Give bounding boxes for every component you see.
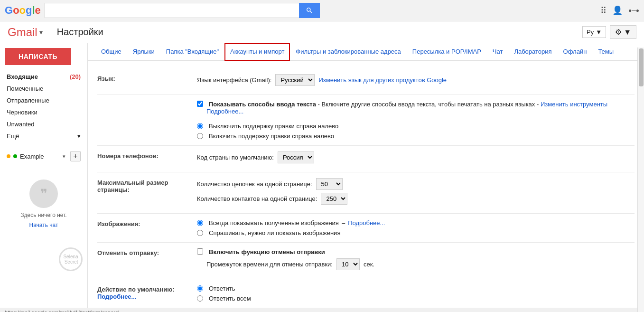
threads-select[interactable]: 50 25 100 — [316, 178, 343, 190]
images-more-link[interactable]: Подробнее... — [348, 219, 385, 227]
account-name[interactable]: Example — [20, 153, 60, 160]
gmail-logo-text: Gmail — [8, 26, 37, 39]
tab-themes[interactable]: Темы — [592, 43, 619, 61]
default-action-label-wrapper: Действие по умолчанию: Подробнее... — [97, 285, 197, 300]
apps-icon[interactable]: ⠿ — [600, 5, 607, 16]
account-status-dot-green — [13, 154, 17, 158]
chat-avatar-icon: ❞ — [40, 186, 47, 202]
search-input[interactable] — [45, 3, 299, 18]
gear-button[interactable]: ⚙ ▼ — [610, 25, 636, 39]
gmail-logo[interactable]: Gmail ▾ — [8, 26, 43, 39]
tab-filters[interactable]: Фильтры и заблокированные адреса — [290, 43, 406, 61]
images-control: Всегда показывать полученные изображения… — [197, 219, 635, 236]
tab-forwarding[interactable]: Пересылка и POP/IMAP — [407, 43, 487, 61]
account-section: Example ▾ + — [0, 147, 87, 165]
tab-offline[interactable]: Офлайн — [558, 43, 593, 61]
rtl-row: Выключить поддержку правки справа налево… — [97, 117, 635, 146]
scrollbar-thumb[interactable] — [639, 48, 644, 86]
tab-chat[interactable]: Чат — [487, 43, 509, 61]
undo-sec-label: сек. — [364, 261, 374, 268]
default-action-row: Действие по умолчанию: Подробнее... Отве… — [97, 279, 635, 308]
sidebar-item-drafts[interactable]: Черновики — [0, 106, 87, 118]
chat-section: ❞ Здесь ничего нет. Начать чат — [0, 175, 87, 233]
reply-all-label: Ответить всем — [209, 295, 251, 302]
images-ask-radio[interactable] — [197, 230, 203, 236]
url-bar: https://mail.google.com/mail/u/1/#settin… — [0, 308, 644, 312]
sidebar: НАПИСАТЬ Входящие (20) Помеченные Отправ… — [0, 43, 88, 308]
sidebar-item-unwanted[interactable]: Unwanted — [0, 118, 87, 130]
inbox-label: Входящие — [7, 73, 38, 80]
phone-country-select[interactable]: Россия — [278, 151, 314, 163]
more-label: Ещё — [7, 132, 19, 140]
language-select[interactable]: Русский — [275, 74, 315, 86]
contacts-select[interactable]: 250 50 100 — [321, 193, 347, 205]
default-action-label: Действие по умолчанию: — [97, 286, 189, 293]
chat-empty-text: Здесь ничего нет. — [7, 212, 81, 218]
gmail-dropdown-icon[interactable]: ▾ — [39, 28, 43, 36]
gear-arrow-icon: ▼ — [624, 28, 631, 37]
sidebar-item-inbox[interactable]: Входящие (20) — [0, 71, 87, 83]
input-tools-desc: - Включите другие способы ввода текста, … — [316, 101, 541, 108]
browser-bar: Google ⠿ 👤 ●─● — [0, 0, 644, 21]
compose-button[interactable]: НАПИСАТЬ — [5, 48, 71, 65]
chat-avatar: ❞ — [29, 180, 58, 208]
rtl-on-radio[interactable] — [197, 133, 203, 139]
start-chat-link[interactable]: Начать чат — [29, 222, 58, 228]
change-lang-link[interactable]: Изменить язык для других продуктов Googl… — [318, 76, 447, 84]
tab-general[interactable]: Общие — [95, 43, 127, 61]
change-tools-link[interactable]: Изменить инструменты — [541, 101, 607, 108]
images-always-label: Всегда показывать полученные изображения — [209, 219, 339, 227]
starred-label: Помеченные — [7, 85, 43, 92]
settings-title: Настройки — [57, 27, 582, 38]
interface-lang-label: Язык интерфейса (Gmail): — [197, 76, 271, 84]
unwanted-label: Unwanted — [7, 121, 35, 128]
tab-inbox[interactable]: Папка "Входящие" — [160, 43, 224, 61]
sidebar-item-starred[interactable]: Помеченные — [0, 83, 87, 95]
sent-label: Отправленные — [7, 97, 49, 104]
google-logo[interactable]: Google — [5, 4, 41, 17]
rtl-off-radio[interactable] — [197, 123, 203, 129]
language-selector[interactable]: Ру ▼ — [582, 26, 606, 38]
default-action-control: Ответить Ответить всем — [197, 285, 635, 302]
input-tools-label — [97, 101, 197, 102]
search-button[interactable] — [299, 3, 320, 18]
input-tools-checkbox[interactable] — [197, 101, 203, 107]
undo-delay-label: Промежуток времени для отмены отправки: — [206, 261, 333, 268]
page-size-label: Максимальный размер страницы: — [97, 178, 197, 193]
account-dropdown-icon[interactable]: ▾ — [63, 153, 65, 160]
url-text: https://mail.google.com/mail/u/1/#settin… — [5, 310, 120, 312]
page-size-control: Количество цепочек на одной странице: 50… — [197, 178, 635, 208]
gear-icon: ⚙ — [615, 28, 622, 37]
input-tools-more-link[interactable]: Подробнее... — [206, 108, 243, 115]
header-right: Ру ▼ ⚙ ▼ — [582, 25, 636, 39]
rtl-off-label: Выключить поддержку правки справа налево — [209, 123, 338, 130]
sidebar-item-more[interactable]: Ещё ▾ — [0, 130, 87, 142]
more-arrow-icon: ▾ — [77, 132, 81, 140]
gmail-header: Gmail ▾ Настройки Ру ▼ ⚙ ▼ — [0, 21, 644, 43]
tab-accounts[interactable]: Аккаунты и импорт — [224, 43, 290, 61]
page-size-row: Максимальный размер страницы: Количество… — [97, 172, 635, 214]
threads-per-page-label: Количество цепочек на одной странице: — [197, 180, 312, 188]
account-icon[interactable]: 👤 — [612, 5, 623, 16]
default-action-more-link[interactable]: Подробнее... — [97, 293, 136, 300]
tab-labels[interactable]: Ярлыки — [127, 43, 160, 61]
reply-radio[interactable] — [197, 285, 203, 292]
search-icon — [306, 7, 313, 14]
phone-row: Номера телефонов: Код страны по умолчани… — [97, 146, 635, 172]
undo-delay-select[interactable]: 10 5 20 30 — [336, 258, 360, 270]
lang-arrow-icon: ▼ — [596, 28, 602, 36]
inbox-count: (20) — [70, 73, 81, 80]
main-layout: НАПИСАТЬ Входящие (20) Помеченные Отправ… — [0, 43, 644, 308]
search-bar — [45, 3, 320, 18]
settings-body: Язык: Язык интерфейса (Gmail): Русский И… — [88, 61, 644, 308]
add-account-button[interactable]: + — [70, 151, 81, 161]
rtl-on-label: Включить поддержку правки справа налево — [209, 132, 334, 140]
undo-send-checkbox[interactable] — [197, 248, 203, 255]
more-icon[interactable]: ●─● — [628, 7, 639, 14]
reply-all-radio[interactable] — [197, 295, 203, 302]
images-always-radio[interactable] — [197, 220, 203, 226]
scrollbar-track[interactable] — [637, 47, 644, 312]
sidebar-item-sent[interactable]: Отправленные — [0, 95, 87, 106]
drafts-label: Черновики — [7, 109, 37, 116]
tab-lab[interactable]: Лаборатория — [508, 43, 557, 61]
